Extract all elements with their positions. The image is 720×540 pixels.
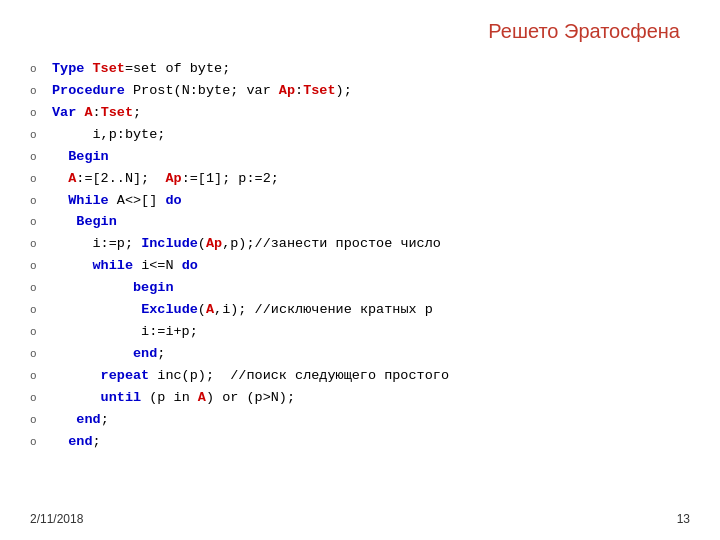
code-line: o repeat inc(p); //поиск следующего прос… [30,366,690,387]
code-line: o begin [30,278,690,299]
code-line: o i,p:byte; [30,125,690,146]
code-text: end; [52,432,101,453]
bullet-icon: o [30,193,44,210]
bullet-icon: o [30,83,44,100]
code-line: oProcedure Prost(N:byte; var Ap:Tset); [30,81,690,102]
code-line: o i:=p; Include(Ap,p);//занести простое … [30,234,690,255]
bullet-icon: o [30,280,44,297]
bullet-icon: o [30,302,44,319]
bullet-icon: o [30,434,44,451]
bullet-icon: o [30,171,44,188]
bullet-icon: o [30,105,44,122]
code-text: until (p in A) or (p>N); [52,388,295,409]
page-title: Решето Эратосфена [30,20,690,43]
code-line: o until (p in A) or (p>N); [30,388,690,409]
code-line: o end; [30,344,690,365]
code-text: Begin [52,147,109,168]
code-line: oType Tset=set of byte; [30,59,690,80]
bullet-icon: o [30,236,44,253]
code-text: Type Tset=set of byte; [52,59,230,80]
code-block: oType Tset=set of byte;oProcedure Prost(… [30,59,690,453]
code-text: i:=i+p; [52,322,198,343]
code-line: o A:=[2..N]; Ap:=[1]; p:=2; [30,169,690,190]
code-text: Var A:Tset; [52,103,141,124]
code-line: o Begin [30,147,690,168]
footer-date: 2/11/2018 [30,512,83,526]
code-line: o end; [30,432,690,453]
code-text: While A<>[] do [52,191,182,212]
footer-page: 13 [677,512,690,526]
code-text: Procedure Prost(N:byte; var Ap:Tset); [52,81,352,102]
code-text: while i<=N do [52,256,198,277]
code-text: repeat inc(p); //поиск следующего просто… [52,366,449,387]
bullet-icon: o [30,149,44,166]
code-text: end; [52,410,109,431]
code-text: A:=[2..N]; Ap:=[1]; p:=2; [52,169,279,190]
code-text: end; [52,344,165,365]
bullet-icon: o [30,412,44,429]
bullet-icon: o [30,214,44,231]
code-text: Exclude(A,i); //исключение кратных p [52,300,433,321]
code-line: o end; [30,410,690,431]
code-line: oVar A:Tset; [30,103,690,124]
code-line: o Exclude(A,i); //исключение кратных p [30,300,690,321]
footer: 2/11/2018 13 [30,512,690,526]
bullet-icon: o [30,127,44,144]
page-container: Решето Эратосфена oType Tset=set of byte… [0,0,720,540]
code-line: o i:=i+p; [30,322,690,343]
bullet-icon: o [30,368,44,385]
code-text: begin [52,278,174,299]
code-line: o while i<=N do [30,256,690,277]
bullet-icon: o [30,346,44,363]
code-line: o While A<>[] do [30,191,690,212]
code-text: i,p:byte; [52,125,165,146]
code-line: o Begin [30,212,690,233]
bullet-icon: o [30,61,44,78]
code-text: i:=p; Include(Ap,p);//занести простое чи… [52,234,441,255]
bullet-icon: o [30,324,44,341]
bullet-icon: o [30,390,44,407]
code-text: Begin [52,212,117,233]
bullet-icon: o [30,258,44,275]
